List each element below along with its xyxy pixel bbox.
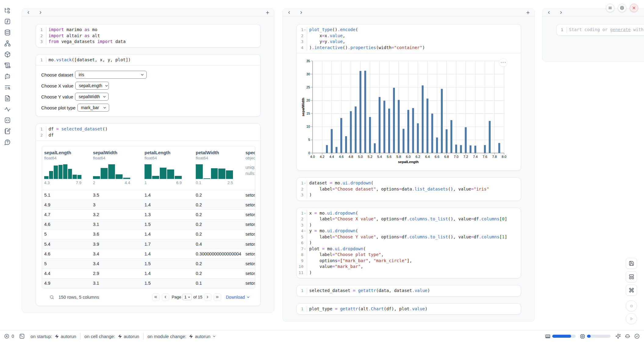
column-next-button[interactable] xyxy=(557,9,565,16)
column-next-button[interactable] xyxy=(37,9,45,16)
errors-button[interactable] xyxy=(4,334,9,339)
column-name: sepalLength xyxy=(44,150,89,155)
first-page-button[interactable] xyxy=(152,294,159,301)
column-add-cell-button[interactable] xyxy=(263,9,271,16)
code-editor[interactable]: 1234567891011x = mo.ui.dropdown( label="… xyxy=(297,208,521,278)
fold-toggle-icon[interactable] xyxy=(303,28,306,31)
fold-toggle-icon[interactable] xyxy=(303,248,306,251)
sidebar-item-variables[interactable] xyxy=(3,17,12,26)
helper-panel-rail xyxy=(0,0,15,330)
column-prev-button[interactable] xyxy=(545,9,553,16)
table-row: 53.41.50.2setosa xyxy=(42,259,255,269)
sidebar-item-ai-chat[interactable] xyxy=(3,72,12,81)
page-select[interactable]: 1 xyxy=(182,294,191,300)
sidebar-item-help[interactable] xyxy=(3,137,12,147)
cell: 1plot_type = getattr(alt.Chart(df), plot… xyxy=(296,303,521,315)
chart-menu-button[interactable] xyxy=(499,58,507,67)
sidebar-item-tracing[interactable] xyxy=(3,105,12,114)
table-cell: setosa xyxy=(243,202,255,207)
control-label: Choose dataset xyxy=(41,72,73,77)
fold-toggle-icon[interactable] xyxy=(303,230,306,233)
run-all-button[interactable] xyxy=(626,313,637,324)
sparkles-button[interactable] xyxy=(615,333,621,339)
download-button[interactable]: Download xyxy=(226,295,250,300)
code-editor[interactable]: 123import marimo as moimport altair as a… xyxy=(36,24,260,47)
chevron-down-icon xyxy=(102,84,109,88)
runtime-config-1[interactable]: on startup:autorun xyxy=(30,334,76,339)
table-column-header[interactable]: petalLengthfloat6416.9 xyxy=(142,146,194,190)
layout-button[interactable] xyxy=(626,271,637,282)
stop-all-button[interactable] xyxy=(626,300,637,312)
column-add-cell-button[interactable] xyxy=(524,9,532,16)
sidebar-item-dependencies[interactable] xyxy=(3,39,12,48)
line-number-gutter: 1234567891011 xyxy=(297,210,307,276)
sidebar-item-packages[interactable] xyxy=(3,50,12,59)
fold-toggle-icon[interactable] xyxy=(303,212,306,215)
prev-page-button[interactable] xyxy=(162,294,169,301)
bar-chart[interactable]: 4.04.24.44.64.85.05.25.45.65.86.06.26.46… xyxy=(297,53,521,170)
menu-button[interactable] xyxy=(606,4,614,12)
bar xyxy=(474,146,476,153)
control-label: Choose plot type xyxy=(41,105,76,110)
table-cell: 1.5 xyxy=(142,261,194,266)
sidebar-item-outline[interactable] xyxy=(3,94,12,103)
cell: 123dataset = mo.ui.dropdown( label="Choo… xyxy=(296,177,521,201)
table-cell: 0.2 xyxy=(194,212,243,217)
bar xyxy=(489,121,491,153)
search-icon[interactable] xyxy=(49,295,54,300)
table-cell: 1.4 xyxy=(142,202,194,207)
terminal-button[interactable] xyxy=(19,333,25,339)
shutdown-button[interactable] xyxy=(630,4,638,12)
histogram-bar xyxy=(73,175,77,179)
dropdown-choose-x-value[interactable]: sepalLength xyxy=(75,82,109,90)
save-button[interactable] xyxy=(626,258,637,269)
table-row: 5.43.91.70.4setosa xyxy=(42,239,255,249)
dropdown-choose-plot-type[interactable]: mark_bar xyxy=(77,104,109,112)
column-histogram xyxy=(145,164,182,179)
config-label: on cell change: xyxy=(84,334,115,339)
circle-check-button[interactable] xyxy=(634,333,640,339)
code-editor[interactable]: 1234plot_type().encode( x=x.value, y=y.v… xyxy=(297,24,521,53)
table-cell: 3.1 xyxy=(91,281,142,286)
column-next-button[interactable] xyxy=(297,9,305,16)
square-code-icon xyxy=(4,117,11,123)
code-content: plot_type = getattr(alt.Chart(df), plot.… xyxy=(307,306,521,312)
settings-button[interactable] xyxy=(618,4,626,12)
config-label: on startup: xyxy=(30,334,52,339)
runtime-config-3[interactable]: on module change:autorun xyxy=(148,334,216,339)
sidebar-item-documentation[interactable] xyxy=(3,61,12,70)
runtime-config-2[interactable]: on cell change:autorun xyxy=(84,334,139,339)
copilot-button[interactable] xyxy=(625,333,630,339)
code-editor[interactable]: 1selected_dataset = getattr(data, datase… xyxy=(297,285,521,296)
dropdown-choose-y-value[interactable]: sepalWidth xyxy=(75,93,109,101)
code-editor[interactable]: 1mo.vstack([dataset, x, y, plot]) xyxy=(36,55,260,66)
line-number: 7 xyxy=(297,246,307,252)
svg-text:25: 25 xyxy=(306,85,310,89)
table-column-header[interactable]: sepalLengthfloat644.37.9 xyxy=(42,146,91,190)
column-prev-button[interactable] xyxy=(24,9,32,16)
code-editor[interactable]: 1plot_type = getattr(alt.Chart(df), plot… xyxy=(297,304,521,315)
table-cell: 3.2 xyxy=(91,212,142,217)
shortcuts-button[interactable] xyxy=(626,285,637,296)
code-editor[interactable]: 1Start coding or generate with AI xyxy=(556,24,644,35)
code-editor[interactable]: 12df = selected_dataset()df xyxy=(36,124,260,141)
table-column-header[interactable]: sepalWidthfloat6424.4 xyxy=(91,146,142,190)
sidebar-item-snippets[interactable] xyxy=(3,116,12,125)
fold-toggle-icon[interactable] xyxy=(303,182,306,185)
column-prev-button[interactable] xyxy=(285,9,293,16)
dropdown-choose-dataset[interactable]: iris xyxy=(75,71,147,79)
line-number: 4 xyxy=(297,45,307,51)
table-column-header[interactable]: speciesobjectunique:nulls: xyxy=(243,146,255,190)
svg-text:30: 30 xyxy=(306,72,310,76)
line-number: 10 xyxy=(297,264,307,270)
sidebar-item-file-explorer[interactable] xyxy=(3,6,12,15)
table-column-header[interactable]: petalWidthfloat640.12.5 xyxy=(194,146,243,190)
last-page-button[interactable] xyxy=(214,294,221,301)
code-editor[interactable]: 123dataset = mo.ui.dropdown( label="Choo… xyxy=(297,178,521,201)
sidebar-item-data-sources[interactable] xyxy=(3,28,12,37)
cell: 1Start coding or generate with AI xyxy=(556,24,644,36)
sidebar-item-logs[interactable] xyxy=(3,83,12,92)
code-line: y = mo.ui.dropdown( xyxy=(307,228,521,234)
next-page-button[interactable] xyxy=(204,294,211,301)
sidebar-item-scratchpad[interactable] xyxy=(3,126,12,136)
